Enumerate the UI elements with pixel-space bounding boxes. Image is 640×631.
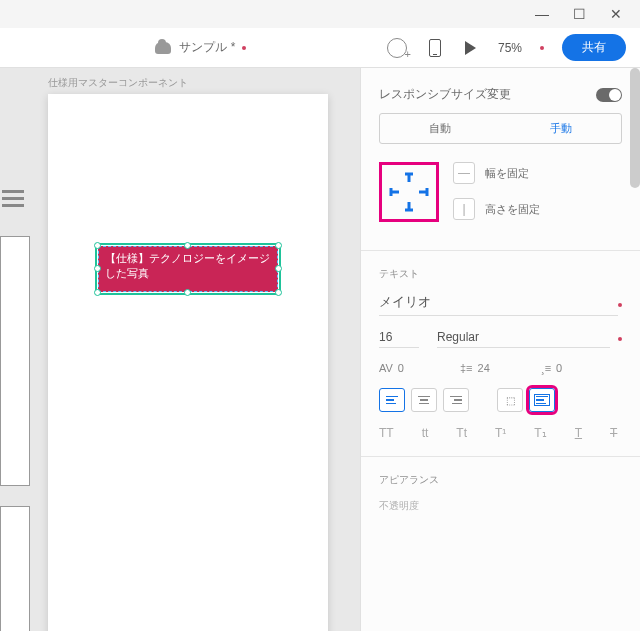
font-size-field[interactable]: 16 — [379, 330, 419, 348]
fix-height-button[interactable]: | — [453, 198, 475, 220]
window-titlebar: — ☐ ✕ — [0, 0, 640, 28]
panel-scrollbar[interactable] — [630, 68, 640, 188]
responsive-title: レスポンシブサイズ変更 — [379, 86, 511, 103]
maximize-button[interactable]: ☐ — [573, 6, 586, 22]
play-icon[interactable] — [465, 41, 476, 55]
text-point-icon: ⬚ — [506, 395, 515, 406]
paragraph-spacing-field[interactable]: ¸≡0 — [541, 362, 622, 374]
resize-handle-mr[interactable] — [275, 265, 282, 272]
anchor-icon — [388, 171, 430, 213]
responsive-mode-segment[interactable]: 自動 手動 — [379, 113, 622, 144]
minimize-button[interactable]: — — [535, 6, 549, 22]
resize-handle-ml[interactable] — [94, 265, 101, 272]
font-family-field[interactable]: メイリオ — [379, 293, 618, 316]
mode-auto[interactable]: 自動 — [380, 114, 501, 143]
lowercase-button[interactable]: tt — [422, 426, 429, 440]
resize-handle-tl[interactable] — [94, 242, 101, 249]
override-dot-icon — [618, 337, 622, 341]
responsive-toggle[interactable] — [596, 88, 622, 102]
adjacent-artboard-edge — [0, 136, 30, 631]
artboard-fragment — [4, 464, 22, 492]
tracking-field[interactable]: AV0 — [379, 362, 460, 374]
fix-height-label: 高さを固定 — [485, 202, 540, 217]
hamburger-icon — [2, 186, 24, 211]
subscript-button[interactable]: T₁ — [534, 426, 546, 440]
zoom-level[interactable]: 75% — [498, 41, 522, 55]
resize-handle-tr[interactable] — [275, 242, 282, 249]
align-left-button[interactable] — [379, 388, 405, 412]
close-button[interactable]: ✕ — [610, 6, 622, 22]
status-dot-icon — [242, 46, 246, 50]
artboard-fragment — [0, 506, 30, 631]
share-button[interactable]: 共有 — [562, 34, 626, 61]
document-title[interactable]: サンプル * — [179, 39, 235, 56]
paragraph-icon: ¸≡ — [541, 362, 551, 374]
strikethrough-button[interactable]: T — [610, 426, 617, 440]
cloud-icon — [155, 42, 171, 54]
text-section-title: テキスト — [379, 267, 622, 281]
text-point-button[interactable]: ⬚ — [497, 388, 523, 412]
app-toolbar: サンプル * 75% 共有 — [0, 28, 640, 68]
font-weight-field[interactable]: Regular — [437, 330, 610, 348]
fix-width-label: 幅を固定 — [485, 166, 529, 181]
tracking-icon: AV — [379, 362, 393, 374]
selected-element[interactable]: 【仕様】テクノロジーをイメージした写真 — [98, 246, 278, 292]
superscript-button[interactable]: T¹ — [495, 426, 506, 440]
resize-handle-bl[interactable] — [94, 289, 101, 296]
mode-manual[interactable]: 手動 — [501, 114, 622, 143]
artboard-fragment — [0, 236, 30, 486]
resize-handle-bc[interactable] — [184, 289, 191, 296]
artboard-label[interactable]: 仕様用マスターコンポーネント — [48, 76, 328, 90]
leading-field[interactable]: ‡≡24 — [460, 362, 541, 374]
mobile-preview-icon[interactable] — [429, 39, 441, 57]
resize-handle-tc[interactable] — [184, 242, 191, 249]
properties-panel: レスポンシブサイズ変更 自動 手動 — 幅を固定 | 高さを固定 — [360, 68, 640, 631]
selected-shape[interactable]: 【仕様】テクノロジーをイメージした写真 — [98, 246, 278, 292]
uppercase-button[interactable]: TT — [379, 426, 394, 440]
constraint-anchors[interactable] — [379, 162, 439, 222]
element-text: 【仕様】テクノロジーをイメージした写真 — [99, 247, 277, 286]
fix-width-button[interactable]: — — [453, 162, 475, 184]
resize-handle-br[interactable] — [275, 289, 282, 296]
appearance-section-title: アピアランス — [379, 473, 622, 487]
override-dot-icon — [618, 303, 622, 307]
zoom-dot-icon — [540, 46, 544, 50]
leading-icon: ‡≡ — [460, 362, 473, 374]
invite-user-icon[interactable] — [387, 38, 407, 58]
underline-button[interactable]: T — [575, 426, 582, 440]
align-center-button[interactable] — [411, 388, 437, 412]
opacity-label: 不透明度 — [379, 499, 622, 513]
text-area-button[interactable] — [529, 388, 555, 412]
artboard[interactable]: 【仕様】テクノロジーをイメージした写真 — [48, 94, 328, 631]
titlecase-button[interactable]: Tt — [456, 426, 467, 440]
align-right-button[interactable] — [443, 388, 469, 412]
canvas-workspace[interactable]: 仕様用マスターコンポーネント 【仕様】テクノロジーをイメージした写真 — [0, 68, 360, 631]
